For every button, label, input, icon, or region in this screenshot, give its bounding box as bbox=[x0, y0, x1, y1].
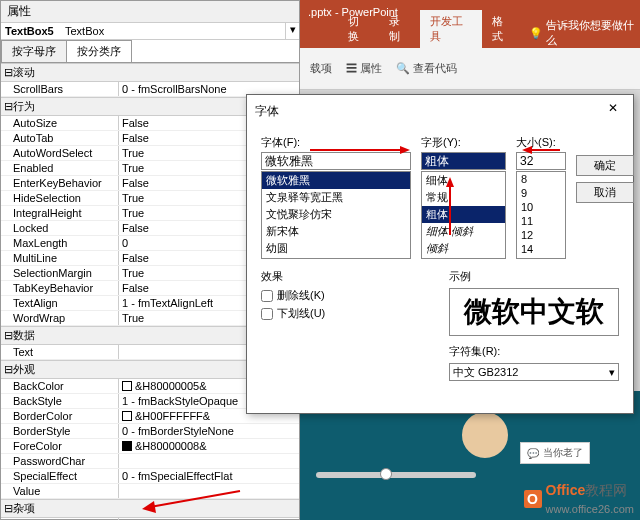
ribbon-addins[interactable]: 载项 bbox=[310, 61, 332, 76]
chevron-down-icon[interactable]: ▾ bbox=[285, 23, 299, 39]
list-item[interactable]: 细体 倾斜 bbox=[422, 223, 505, 240]
ribbon-viewcode[interactable]: 🔍 查看代码 bbox=[396, 61, 457, 76]
object-name: TextBox5 bbox=[1, 23, 61, 39]
charset-label: 字符集(R): bbox=[449, 344, 619, 359]
object-selector[interactable]: TextBox5 TextBox ▾ bbox=[1, 23, 299, 40]
size-input[interactable] bbox=[516, 152, 566, 170]
style-listbox[interactable]: 细体 常规 粗体 细体 倾斜 倾斜 粗偏斜体 bbox=[421, 171, 506, 259]
tab-alphabetic[interactable]: 按字母序 bbox=[1, 40, 67, 62]
list-item[interactable]: 8 bbox=[517, 172, 565, 186]
ok-button[interactable]: 确定 bbox=[576, 155, 634, 176]
chevron-down-icon: ▾ bbox=[609, 366, 615, 379]
list-item[interactable]: 14 bbox=[517, 242, 565, 256]
lightbulb-icon: 💡 bbox=[529, 27, 543, 40]
list-item[interactable]: 11 bbox=[517, 214, 565, 228]
list-item[interactable]: 文悦聚珍仿宋 bbox=[262, 206, 410, 223]
list-item[interactable]: 细体 bbox=[422, 172, 505, 189]
size-listbox[interactable]: 8 9 10 11 12 14 16 bbox=[516, 171, 566, 259]
cat-scroll: ⊟滚动 bbox=[1, 63, 299, 82]
list-item[interactable]: 倾斜 bbox=[422, 240, 505, 257]
list-item[interactable]: 新宋体 bbox=[262, 223, 410, 240]
tell-me-hint[interactable]: 💡 告诉我你想要做什么 bbox=[529, 18, 640, 48]
list-item[interactable]: 10 bbox=[517, 200, 565, 214]
list-item[interactable]: 12 bbox=[517, 228, 565, 242]
cancel-button[interactable]: 取消 bbox=[576, 182, 634, 203]
ppt-ribbon-tabs: 切换 录制 开发工具 格式 💡 告诉我你想要做什么 bbox=[300, 24, 640, 48]
office-logo-icon: O bbox=[524, 490, 542, 508]
sample-preview: 微软中文软 bbox=[449, 288, 619, 336]
sample-label: 示例 bbox=[449, 269, 619, 284]
dialog-titlebar: 字体 ✕ bbox=[247, 95, 633, 127]
collapse-icon[interactable]: ⊟ bbox=[3, 363, 13, 376]
properties-title: 属性 bbox=[1, 1, 299, 23]
collapse-icon[interactable]: ⊟ bbox=[3, 66, 13, 79]
collapse-icon[interactable]: ⊟ bbox=[3, 100, 13, 113]
tab-format[interactable]: 格式 bbox=[482, 10, 523, 48]
list-item[interactable]: 文泉驿等宽正黑 bbox=[262, 189, 410, 206]
tab-categorized[interactable]: 按分类序 bbox=[66, 40, 132, 62]
style-input[interactable] bbox=[421, 152, 506, 170]
list-item[interactable]: 幼圆 bbox=[262, 240, 410, 257]
collapse-icon[interactable]: ⊟ bbox=[3, 329, 13, 342]
font-label: 字体(F): bbox=[261, 135, 411, 150]
font-dialog: 字体 ✕ 字体(F): 微软雅黑 文泉驿等宽正黑 文悦聚珍仿宋 新宋体 幼圆 造… bbox=[246, 94, 634, 414]
ribbon-properties[interactable]: ☰ 属性 bbox=[346, 61, 382, 76]
underline-checkbox[interactable]: 下划线(U) bbox=[261, 306, 429, 321]
list-item[interactable]: 微软雅黑 bbox=[262, 172, 410, 189]
font-listbox[interactable]: 微软雅黑 文泉驿等宽正黑 文悦聚珍仿宋 新宋体 幼圆 造字工房版黑（非商用） 造… bbox=[261, 171, 411, 259]
illustration-face bbox=[460, 410, 510, 460]
close-icon[interactable]: ✕ bbox=[601, 101, 625, 121]
list-item[interactable]: 造字工房版黑（非商用） bbox=[262, 257, 410, 259]
watermark: O Office教程网www.office26.com bbox=[524, 482, 634, 516]
powerpoint-window: .pptx - PowerPoint 切换 录制 开发工具 格式 💡 告诉我你想… bbox=[300, 0, 640, 90]
collapse-icon[interactable]: ⊟ bbox=[3, 502, 13, 515]
object-type: TextBox bbox=[61, 23, 285, 39]
cat-misc: ⊟杂项 bbox=[1, 499, 299, 518]
ppt-ribbon: 载项 ☰ 属性 🔍 查看代码 bbox=[300, 48, 640, 90]
charset-select[interactable]: 中文 GB2312 ▾ bbox=[449, 363, 619, 381]
list-item[interactable]: 粗体 bbox=[422, 206, 505, 223]
style-label: 字形(Y): bbox=[421, 135, 506, 150]
tab-developer[interactable]: 开发工具 bbox=[420, 10, 482, 48]
list-item[interactable]: 粗偏斜体 bbox=[422, 257, 505, 259]
size-label: 大小(S): bbox=[516, 135, 566, 150]
dialog-title: 字体 bbox=[255, 103, 279, 120]
list-item[interactable]: 16 bbox=[517, 256, 565, 259]
comment-bubble: 💬 当你老了 bbox=[520, 442, 590, 464]
list-item[interactable]: 9 bbox=[517, 186, 565, 200]
progress-slider[interactable] bbox=[316, 472, 476, 478]
tab-record[interactable]: 录制 bbox=[379, 10, 420, 48]
props-tabs: 按字母序 按分类序 bbox=[1, 40, 299, 63]
tab-transition[interactable]: 切换 bbox=[338, 10, 379, 48]
font-input[interactable] bbox=[261, 152, 411, 170]
slider-thumb[interactable] bbox=[380, 468, 392, 480]
list-item[interactable]: 常规 bbox=[422, 189, 505, 206]
effects-label: 效果 bbox=[261, 269, 429, 284]
strikethrough-checkbox[interactable]: 删除线(K) bbox=[261, 288, 429, 303]
